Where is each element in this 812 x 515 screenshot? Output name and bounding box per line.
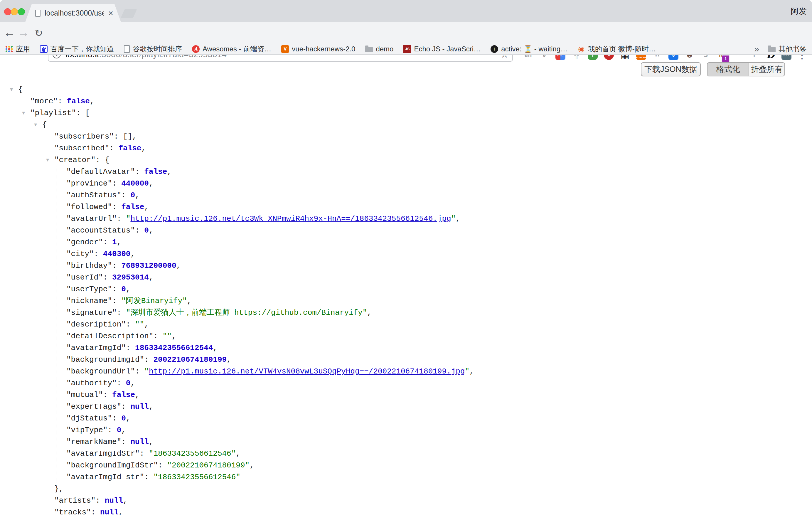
collapse-all-button[interactable]: 折叠所有 <box>749 63 784 76</box>
bookmark-label: Echo JS - JavaScri… <box>414 45 481 53</box>
json-punct: : <box>94 250 103 258</box>
json-string: "18633423556612546" <box>149 449 236 458</box>
profile-name[interactable]: 阿发 <box>791 0 807 22</box>
bookmark-item[interactable]: 谷歌按时间排序 <box>124 44 182 54</box>
bookmark-label: demo <box>376 45 394 53</box>
json-punct: , <box>227 355 231 364</box>
json-punct: , <box>176 261 181 270</box>
bookmark-item[interactable]: ↓active: ⏳ - waiting… <box>491 45 568 53</box>
maximize-window-button[interactable] <box>18 8 25 15</box>
json-key: "artists" <box>54 496 95 505</box>
tab-close-icon[interactable]: × <box>108 9 113 18</box>
json-punct: , <box>123 496 128 505</box>
json-punct: , <box>141 144 146 153</box>
json-key: "backgroundImgId" <box>66 355 144 364</box>
download-json-button[interactable]: 下载JSON数据 <box>641 62 701 76</box>
json-key: "accountStatus" <box>66 226 135 235</box>
json-key: "userId" <box>66 273 103 282</box>
json-row: ▼"playlist": [ <box>0 107 812 119</box>
json-key: "detailDescription" <box>66 332 153 341</box>
json-row: "authStatus": 0, <box>0 190 812 201</box>
bookmark-item[interactable]: ◉我的首页 微博-随时… <box>577 44 656 54</box>
json-row: "remarkName": null, <box>0 436 812 448</box>
minimize-window-button[interactable] <box>11 8 18 15</box>
json-punct: : <box>112 179 121 188</box>
other-bookmarks-folder[interactable]: 其他书签 <box>768 44 807 54</box>
bookmark-items: 应用百度一下，你就知道谷歌按时间排序AAwesomes - 前端资…Vvue-h… <box>5 44 656 54</box>
json-punct: , <box>456 214 460 223</box>
json-row: }, <box>0 483 812 495</box>
json-key: "authority" <box>66 379 117 388</box>
json-number: 0 <box>144 226 149 235</box>
json-key: "subscribers" <box>54 132 114 141</box>
collapse-toggle-icon[interactable]: ▼ <box>34 119 37 131</box>
json-key: "authStatus" <box>66 191 121 200</box>
bookmark-label: Awesomes - 前端资… <box>203 44 271 54</box>
json-string: "深圳市爱猫人士，前端工程师 https://github.com/Binary… <box>126 308 367 317</box>
json-key: "creator" <box>54 155 95 165</box>
json-key: "province" <box>66 179 112 188</box>
folder-icon <box>768 47 776 52</box>
collapse-toggle-icon[interactable]: ▼ <box>46 154 49 167</box>
close-window-button[interactable] <box>4 8 11 15</box>
bookmark-label: 我的首页 微博-随时… <box>588 44 656 54</box>
bookmark-label: vue-hackernews-2.0 <box>292 45 355 53</box>
format-button[interactable]: 格式化 <box>707 63 749 76</box>
json-punct: : <box>117 308 126 317</box>
json-punct: , <box>250 461 254 470</box>
json-punct: : <box>126 344 135 352</box>
json-punct: , <box>117 238 121 247</box>
json-punct: [ <box>85 109 90 117</box>
json-row: ▼"creator": { <box>0 154 812 166</box>
json-punct: : <box>144 355 153 364</box>
json-url-link[interactable]: http://p1.music.126.net/VTW4vsN08vwL3uSQ… <box>149 367 465 376</box>
json-literal: null <box>130 437 149 446</box>
new-tab-button[interactable] <box>121 9 137 18</box>
tab-strip: localhost:3000/user/playlist?ui × 阿发 <box>0 0 812 22</box>
json-punct: , <box>367 308 372 317</box>
json-punct: , <box>149 226 153 235</box>
bookmark-item[interactable]: 百度一下，你就知道 <box>40 44 114 54</box>
json-row: "tracks": null, <box>0 507 812 515</box>
json-key: "avatarImgIdStr" <box>66 449 140 458</box>
json-punct: : <box>103 273 112 282</box>
json-punct: : <box>95 496 105 505</box>
json-key: "djStatus" <box>66 414 112 423</box>
json-literal: false <box>144 167 167 176</box>
json-punct: : <box>135 226 144 235</box>
bookmark-item[interactable]: AAwesomes - 前端资… <box>192 44 271 54</box>
json-punct: , <box>149 402 153 411</box>
json-row: "subscribed": false, <box>0 142 812 154</box>
active-tab[interactable]: localhost:3000/user/playlist?ui × <box>25 4 121 22</box>
bookmark-item[interactable]: Vvue-hackernews-2.0 <box>281 45 355 53</box>
json-row: "nickname": "阿发Binaryify", <box>0 295 812 307</box>
bookmark-item[interactable]: demo <box>365 45 394 53</box>
json-punct: : <box>112 203 121 211</box>
bookmark-item[interactable]: 应用 <box>5 44 30 54</box>
collapse-toggle-icon[interactable]: ▼ <box>22 107 25 119</box>
reload-icon[interactable]: ↻ <box>32 22 45 44</box>
json-punct: : <box>109 144 118 153</box>
json-url-link[interactable]: http://p1.music.126.net/tc3Wk_XNPmwiR4hx… <box>130 214 451 223</box>
back-icon[interactable]: ← <box>3 22 16 44</box>
json-key: "signature" <box>66 308 117 317</box>
json-row: "backgroundImgId": 2002210674180199, <box>0 354 812 366</box>
json-row: "mutual": false, <box>0 389 812 401</box>
json-key: "birthday" <box>66 261 112 270</box>
json-punct: , <box>213 344 218 352</box>
json-punct: , <box>126 414 130 423</box>
json-key: "defaultAvatar" <box>66 167 135 176</box>
json-punct: , <box>135 191 140 200</box>
json-key: "avatarUrl" <box>66 214 117 223</box>
json-row: "userId": 32953014, <box>0 271 812 283</box>
json-row: "backgroundImgIdStr": "2002210674180199"… <box>0 459 812 471</box>
bookmarks-bar: 应用百度一下，你就知道谷歌按时间排序AAwesomes - 前端资…Vvue-h… <box>0 44 812 55</box>
json-string: "" <box>163 332 172 341</box>
weibobm-icon: ◉ <box>577 45 585 53</box>
json-row: "avatarImgIdStr": "18633423556612546", <box>0 448 812 459</box>
bookmarks-overflow-icon[interactable]: » <box>754 44 759 54</box>
json-row: "expertTags": null, <box>0 401 812 412</box>
bookmark-item[interactable]: JSEcho JS - JavaScri… <box>403 45 481 53</box>
collapse-toggle-icon[interactable]: ▼ <box>10 84 13 96</box>
json-punct: , <box>90 97 94 106</box>
